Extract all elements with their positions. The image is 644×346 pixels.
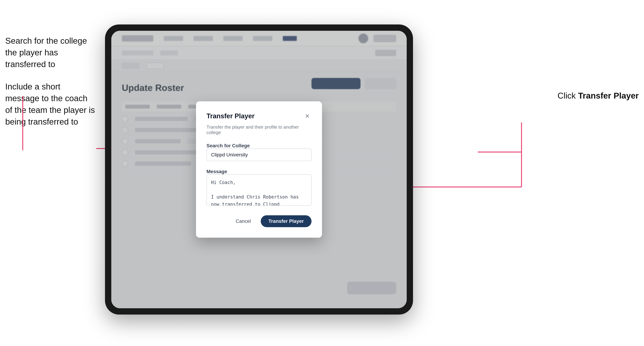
message-label: Message [206,169,227,174]
tablet-screen: Update Roster [111,31,407,308]
modal-close-button[interactable]: × [303,112,312,120]
transfer-player-modal: Transfer Player × Transfer the player an… [196,101,322,238]
tablet-device: Update Roster [105,24,413,315]
modal-subtitle: Transfer the player and their profile to… [206,124,312,135]
annotation-left: Search for the college the player has tr… [5,35,96,138]
search-college-input[interactable] [206,149,312,161]
modal-footer: Cancel Transfer Player [206,215,312,227]
search-college-label: Search for College [206,143,250,148]
annotation-transfer-bold: Transfer Player [578,91,639,100]
annotation-right: Click Transfer Player [558,91,639,100]
annotation-click-text: Click [558,91,578,100]
annotation-message-text: Include a short message to the coach of … [5,81,96,128]
annotation-search-text: Search for the college the player has tr… [5,35,96,70]
message-textarea[interactable]: Hi Coach, I understand Chris Robertson h… [206,174,312,206]
transfer-player-button[interactable]: Transfer Player [261,215,312,227]
modal-title: Transfer Player [206,112,254,120]
modal-header: Transfer Player × [206,112,312,120]
cancel-button[interactable]: Cancel [231,215,256,227]
modal-overlay: Transfer Player × Transfer the player an… [111,31,407,308]
